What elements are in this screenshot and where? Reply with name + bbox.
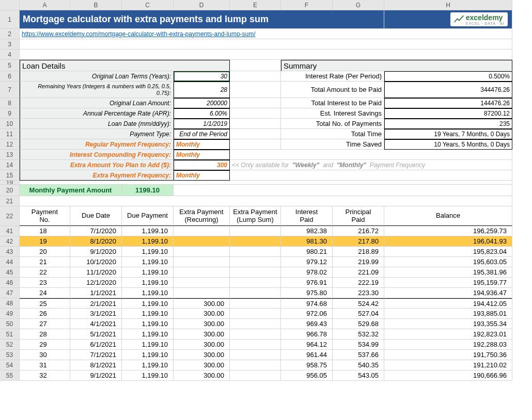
cell[interactable]: 218.89 [333,247,384,257]
cell[interactable]: 979.12 [281,257,333,267]
cell[interactable]: 9/1/2021 [70,370,122,381]
input-value[interactable]: 30 [174,71,230,82]
cell[interactable]: 532.32 [333,329,384,340]
col-G[interactable]: G [333,0,384,10]
row-header[interactable]: 4 [0,50,20,60]
input-value[interactable]: 200000 [174,98,230,108]
select-all[interactable] [0,0,20,10]
cell[interactable] [230,370,281,381]
cell[interactable]: 31 [20,360,70,370]
table-header[interactable]: Payment No. [20,206,70,226]
row-header[interactable]: 9 [0,108,20,119]
col-E[interactable]: E [230,0,281,10]
input-value[interactable]: 28 [174,82,230,98]
cell[interactable] [230,350,281,360]
cell[interactable]: 975.80 [281,288,333,298]
cell[interactable] [230,278,281,288]
cell[interactable]: 540.35 [333,360,384,370]
cell[interactable] [230,298,281,309]
cell[interactable]: 961.44 [281,350,333,360]
cell[interactable]: 537.66 [333,350,384,360]
cell[interactable]: 12/1/2020 [70,278,122,288]
cell[interactable] [174,236,230,247]
cell[interactable]: 543.05 [333,370,384,381]
cell[interactable]: 972.06 [281,309,333,319]
cell[interactable]: 8/1/2020 [70,236,122,247]
row-header[interactable]: 8 [0,98,20,108]
row-header[interactable]: 20 [0,185,20,196]
cell[interactable]: 982.38 [281,226,333,236]
cell[interactable]: 193,355.34 [384,319,512,329]
row-header[interactable]: 50 [0,319,20,329]
cell[interactable]: 22 [20,267,70,278]
cell[interactable]: 3/1/2021 [70,309,122,319]
cell[interactable]: 223.30 [333,288,384,298]
cell[interactable] [174,288,230,298]
cell[interactable]: 1,199.10 [122,319,174,329]
table-header[interactable]: Principal Paid [333,206,384,226]
row-header[interactable]: 21 [0,196,20,206]
cell[interactable]: 1,199.10 [122,360,174,370]
cell[interactable]: 9/1/2020 [70,247,122,257]
cell[interactable]: 193,885.01 [384,309,512,319]
cell[interactable]: 300.00 [174,350,230,360]
col-C[interactable]: C [122,0,174,10]
row-header[interactable]: 12 [0,139,20,150]
cell[interactable]: 1,199.10 [122,288,174,298]
cell[interactable]: 195,159.77 [384,278,512,288]
input-value[interactable]: Monthly [174,139,230,150]
cell[interactable]: 25 [20,298,70,309]
cell[interactable]: 30 [20,350,70,360]
cell[interactable]: 300.00 [174,309,230,319]
cell[interactable]: 195,823.04 [384,247,512,257]
table-header[interactable]: Due Date [70,206,122,226]
table-header[interactable]: Extra Payment (Lump Sum) [230,206,281,226]
cell[interactable] [230,236,281,247]
input-value[interactable]: 300 [174,160,230,170]
row-header[interactable]: 55 [0,370,20,381]
cell[interactable]: 191,750.36 [384,350,512,360]
cell[interactable]: 192,823.01 [384,329,512,340]
row-header[interactable]: 11 [0,129,20,139]
cell[interactable]: 7/1/2020 [70,226,122,236]
cell[interactable]: 19 [20,236,70,247]
row-header[interactable]: 49 [0,309,20,319]
cell[interactable]: 196,041.93 [384,236,512,247]
col-D[interactable]: D [174,0,230,10]
cell[interactable]: 956.05 [281,370,333,381]
input-value[interactable]: End of the Period [174,129,230,139]
cell[interactable]: 18 [20,226,70,236]
cell[interactable]: 1,199.10 [122,236,174,247]
cell[interactable]: 966.78 [281,329,333,340]
cell[interactable]: 32 [20,370,70,381]
cell[interactable]: 1,199.10 [122,278,174,288]
cell[interactable]: 29 [20,340,70,350]
cell[interactable] [230,226,281,236]
cell[interactable]: 196,259.73 [384,226,512,236]
cell[interactable] [174,226,230,236]
row-header[interactable]: 54 [0,360,20,370]
cell[interactable]: 219.99 [333,257,384,267]
cell[interactable]: 974.68 [281,298,333,309]
cell[interactable]: 300.00 [174,319,230,329]
cell[interactable]: 195,381.96 [384,267,512,278]
cell[interactable]: 222.19 [333,278,384,288]
cell[interactable]: 1,199.10 [122,247,174,257]
cell[interactable]: 529.68 [333,319,384,329]
cell[interactable]: 6/1/2021 [70,340,122,350]
cell[interactable] [230,288,281,298]
col-H[interactable]: H [384,0,512,10]
cell[interactable]: 958.75 [281,360,333,370]
row-header[interactable]: 48 [0,298,20,309]
cell[interactable]: 24 [20,288,70,298]
row-header[interactable]: 51 [0,329,20,340]
cell[interactable]: 524.42 [333,298,384,309]
cell[interactable] [230,267,281,278]
cell[interactable]: 221.09 [333,267,384,278]
row-header[interactable]: 22 [0,206,20,226]
cell[interactable] [230,329,281,340]
cell[interactable] [174,267,230,278]
cell[interactable] [230,319,281,329]
row-header[interactable]: 45 [0,267,20,278]
table-header[interactable]: Balance [384,206,512,226]
